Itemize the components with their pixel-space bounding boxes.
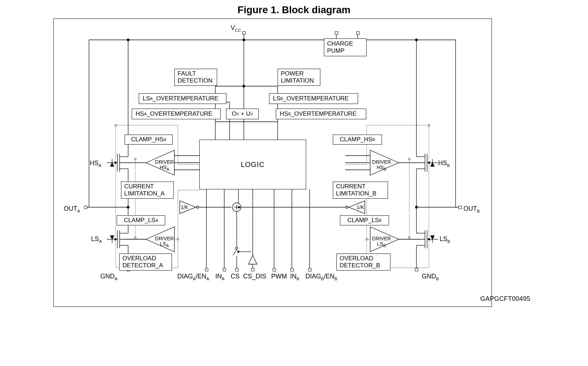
lbl-driver-lsa: DRIVER LSA xyxy=(154,236,175,248)
block-hsa-ot: HSA_OVERTEMPERATURE xyxy=(132,109,221,119)
lbl-in-b: INB xyxy=(290,273,299,281)
figure-code: GAPGCFT00495 xyxy=(480,295,530,303)
svg-marker-122 xyxy=(248,255,257,264)
svg-line-119 xyxy=(233,249,237,255)
pin-cp2 xyxy=(356,31,359,35)
pin-vcc xyxy=(242,31,246,35)
svg-marker-80 xyxy=(431,236,434,239)
block-lsa-ot: LSA_OVERTEMPERATURE xyxy=(139,93,226,104)
lbl-gnd-b: GNDB xyxy=(422,273,439,281)
svg-point-93 xyxy=(415,39,418,41)
block-fault-detection: FAULT DETECTION xyxy=(174,69,217,86)
block-overload-a: OVERLOAD DETECTOR_A xyxy=(119,253,172,271)
lbl-in-a: INA xyxy=(215,273,225,281)
svg-point-132 xyxy=(346,206,348,208)
lbl-cs-dis: CS_DIS xyxy=(243,273,266,280)
block-clamp-lsa: CLAMP_LSA xyxy=(117,215,165,225)
pin-in-b xyxy=(290,268,294,271)
svg-point-45 xyxy=(408,236,410,239)
lbl-driver-lsb: DRIVER LSB xyxy=(371,236,392,248)
svg-point-18 xyxy=(115,124,117,126)
svg-marker-62 xyxy=(110,236,114,239)
block-clamp-hsb: CLAMP_HSB xyxy=(333,135,382,145)
lbl-hs-b: HSB xyxy=(438,160,450,168)
lbl-gnd-a: GNDA xyxy=(100,273,117,281)
block-cur-lim-b: CURRENT LIMITATION_B xyxy=(333,182,388,199)
lbl-gain-a: 1/K xyxy=(181,205,188,210)
lbl-pwm: PWM xyxy=(271,273,287,280)
lbl-diag-b: DIAGB/ENB xyxy=(305,273,337,281)
lbl-ls-b: LSB xyxy=(440,235,450,244)
block-overload-b: OVERLOAD DETECTOR_B xyxy=(336,253,390,271)
pin-pwm xyxy=(273,268,276,271)
block-clamp-lsb: CLAMP_LSB xyxy=(340,215,389,225)
lbl-vcc: VCC xyxy=(231,24,241,32)
pin-cp1 xyxy=(335,31,338,35)
block-clamp-hsa: CLAMP_HSA xyxy=(125,135,173,145)
lbl-diag-a: DIAGA/ENA xyxy=(177,273,209,281)
lbl-gain-b: 1/K xyxy=(357,205,364,210)
block-charge-pump: CHARGE PUMP xyxy=(324,38,367,56)
pin-cs-dis xyxy=(251,268,254,271)
svg-point-118 xyxy=(236,247,238,249)
pin-out-b xyxy=(458,206,462,209)
pin-cs xyxy=(235,268,238,271)
lbl-ls-a: LSA xyxy=(91,235,102,244)
svg-point-92 xyxy=(127,39,129,41)
block-cur-lim-a: CURRENT LIMITATION_A xyxy=(121,182,174,199)
pin-diag-a xyxy=(205,268,208,271)
lbl-hs-a: HSA xyxy=(90,160,101,168)
block-logic: LOGIC xyxy=(199,140,306,189)
lbl-driver-hsb: DRIVER HSB xyxy=(371,160,392,171)
block-ov-uv: OV + UV xyxy=(226,109,259,119)
lbl-out-a: OUTA xyxy=(64,205,80,213)
svg-point-33 xyxy=(428,124,430,126)
pin-in-a xyxy=(223,268,226,271)
svg-point-130 xyxy=(196,206,199,208)
svg-marker-71 xyxy=(431,163,434,166)
block-hsb-ot: HSB_OVERTEMPERATURE xyxy=(276,109,366,119)
pin-out-a xyxy=(84,206,87,209)
svg-point-30 xyxy=(134,236,136,239)
pin-gnd-b xyxy=(415,268,418,271)
lbl-out-b: OUTB xyxy=(463,205,480,213)
block-power-limitation: POWER LIMITATION xyxy=(278,69,320,86)
lbl-driver-hsa: DRIVER HSA xyxy=(154,160,175,171)
pin-diag-b xyxy=(308,268,311,271)
svg-point-44 xyxy=(408,158,410,160)
figure-title: Figure 1. Block diagram xyxy=(0,4,588,16)
lbl-cs: CS xyxy=(231,273,240,280)
svg-point-29 xyxy=(134,158,136,160)
block-lsb-ot: LSB_OVERTEMPERATURE xyxy=(269,93,358,104)
svg-marker-53 xyxy=(110,163,114,166)
